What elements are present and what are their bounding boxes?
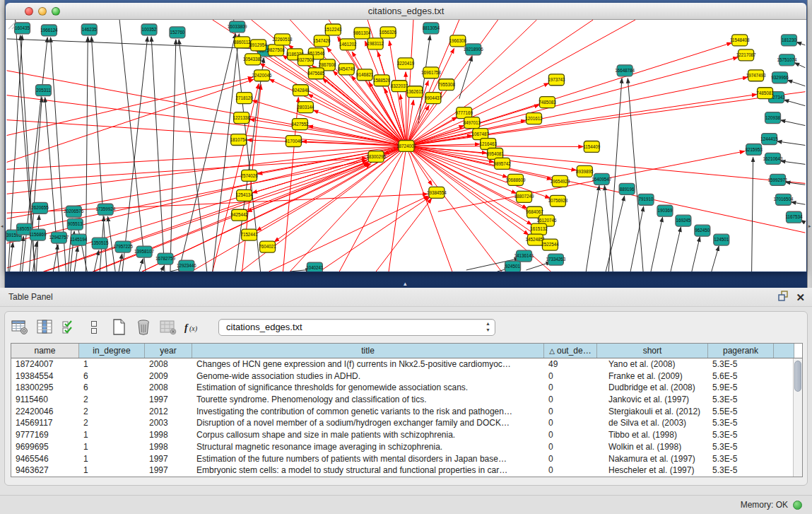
- cell-year[interactable]: 2008: [145, 382, 192, 394]
- cell-year[interactable]: 2003: [145, 417, 192, 429]
- table-selector-dropdown[interactable]: citations_edges.txt ▲▼: [218, 319, 495, 336]
- table-row[interactable]: 2242004622012Investigating the contribut…: [11, 406, 793, 418]
- citation-network-graph[interactable]: 1604351966124146235100352152760160338097…: [6, 20, 806, 271]
- column-header-out_de…[interactable]: △out_de…: [544, 344, 597, 358]
- citation-edge[interactable]: [376, 199, 432, 271]
- scrollbar-thumb[interactable]: [794, 361, 801, 392]
- delete-icon[interactable]: [134, 318, 153, 337]
- cell-title[interactable]: Corpus callosum shape and size in male p…: [192, 429, 544, 441]
- citation-edge[interactable]: [671, 227, 681, 271]
- cell-title[interactable]: Estimation of the future numbers of pati…: [192, 453, 544, 465]
- cell-pagerank[interactable]: 5.3E-5: [708, 453, 774, 465]
- citation-edge[interactable]: [7, 146, 406, 243]
- cell-title[interactable]: Investigating the contribution of common…: [192, 406, 544, 418]
- table-row[interactable]: 977716911998Corpus callosum shape and si…: [11, 429, 793, 441]
- cell-out_de…[interactable]: 0: [544, 417, 597, 429]
- cell-pagerank[interactable]: 5.3E-5: [708, 394, 774, 406]
- citation-edge[interactable]: [406, 94, 757, 146]
- citation-edge[interactable]: [389, 146, 406, 271]
- citation-edge[interactable]: [29, 98, 42, 271]
- cell-out_de…[interactable]: 0: [544, 453, 597, 465]
- select-all-icon[interactable]: [60, 318, 78, 337]
- cell-title[interactable]: Changes of HCN gene expression and I(f) …: [192, 358, 544, 370]
- cell-name[interactable]: 9777169: [11, 429, 79, 441]
- citation-edge[interactable]: [319, 197, 430, 271]
- new-table-icon[interactable]: [110, 318, 128, 337]
- citation-edge[interactable]: [777, 141, 806, 146]
- cell-title[interactable]: Genome-wide association studies in ADHD.: [192, 370, 544, 382]
- cell-year[interactable]: 1997: [145, 453, 192, 465]
- table-row[interactable]: 1872400712008Changes of HCN gene express…: [11, 358, 793, 370]
- cell-out_de…[interactable]: 0: [544, 441, 597, 453]
- cell-short[interactable]: Jankovic et al. (1997): [597, 394, 708, 406]
- cell-out_de…[interactable]: 49: [544, 358, 597, 370]
- citation-edge[interactable]: [91, 37, 107, 271]
- cell-pagerank[interactable]: 5.3E-5: [708, 441, 774, 453]
- cell-in_degree[interactable]: 2: [79, 406, 145, 418]
- citation-edge[interactable]: [119, 254, 122, 271]
- close-panel-icon[interactable]: ✕: [796, 291, 805, 304]
- collapse-right-icon[interactable]: ▸: [808, 223, 811, 229]
- column-header-in_degree[interactable]: in_degree: [79, 344, 145, 358]
- cell-title[interactable]: Disruption of a novel member of a sodium…: [192, 417, 544, 429]
- citation-edge[interactable]: [213, 34, 240, 271]
- citation-edge[interactable]: [712, 246, 719, 271]
- column-header-year[interactable]: year: [145, 344, 192, 358]
- cell-in_degree[interactable]: 2: [79, 394, 145, 406]
- cell-out_de…[interactable]: 0: [544, 406, 597, 418]
- citation-edge[interactable]: [794, 63, 805, 68]
- citation-edge[interactable]: [406, 146, 452, 271]
- cell-pagerank[interactable]: 5.3E-5: [708, 417, 774, 429]
- citation-edge[interactable]: [170, 40, 176, 271]
- citation-edge[interactable]: [628, 78, 643, 271]
- cell-in_degree[interactable]: 1: [79, 441, 145, 453]
- citation-edge[interactable]: [787, 80, 805, 86]
- delete-table-icon[interactable]: [159, 318, 177, 337]
- function-builder-icon[interactable]: f (x): [184, 318, 202, 337]
- citation-edge[interactable]: [7, 95, 406, 146]
- cell-year[interactable]: 1998: [145, 429, 192, 441]
- citation-edge[interactable]: [74, 247, 78, 271]
- cell-name[interactable]: 14569117: [11, 417, 79, 429]
- cell-name[interactable]: 22420046: [11, 406, 79, 418]
- table-row[interactable]: 1830029562008Estimation of significance …: [11, 382, 793, 394]
- table-row[interactable]: 1456911722003Disruption of a novel membe…: [11, 417, 793, 429]
- resize-grip-icon[interactable]: [6, 20, 17, 30]
- citation-edge[interactable]: [161, 266, 164, 271]
- row-selection-icon[interactable]: [85, 318, 103, 337]
- citation-edge[interactable]: [7, 39, 256, 49]
- citation-edge[interactable]: [119, 20, 146, 271]
- column-header-short[interactable]: short: [597, 344, 708, 358]
- cell-short[interactable]: Wolkin et al. (1998): [597, 441, 708, 453]
- citation-edge[interactable]: [365, 41, 406, 146]
- citation-edge[interactable]: [406, 43, 731, 146]
- cell-short[interactable]: Yano et al. (2008): [597, 358, 708, 370]
- citation-edge[interactable]: [606, 196, 624, 271]
- cell-pagerank[interactable]: 5.9E-5: [708, 382, 774, 394]
- cell-out_de…[interactable]: 0: [544, 370, 597, 382]
- citation-edge[interactable]: [45, 163, 368, 271]
- cell-in_degree[interactable]: 1: [79, 465, 145, 477]
- cell-in_degree[interactable]: 1: [79, 453, 145, 465]
- citation-edge[interactable]: [784, 100, 805, 105]
- cell-name[interactable]: 9115460: [11, 394, 79, 406]
- table-mode-icon[interactable]: [11, 318, 29, 337]
- cell-title[interactable]: Structural magnetic resonance image aver…: [192, 441, 544, 453]
- citation-edge[interactable]: [651, 217, 663, 271]
- cell-out_de…[interactable]: 0: [544, 382, 597, 394]
- cell-year[interactable]: 2009: [145, 370, 192, 382]
- cell-year[interactable]: 1997: [145, 394, 192, 406]
- cell-name[interactable]: 18300295: [11, 382, 79, 394]
- citation-edge[interactable]: [179, 34, 235, 271]
- citation-edge[interactable]: [10, 243, 13, 271]
- left-panel-rail[interactable]: ◂: [0, 0, 5, 288]
- cell-short[interactable]: Dudbridge et al. (2008): [597, 382, 708, 394]
- citation-edge[interactable]: [630, 206, 644, 271]
- cell-short[interactable]: Hescheler et al. (1997): [597, 465, 708, 477]
- cell-short[interactable]: Nakamura et al. (1997): [597, 453, 708, 465]
- float-window-icon[interactable]: [778, 291, 789, 304]
- network-window-titlebar[interactable]: citations_edges.txt: [6, 3, 806, 20]
- cell-pagerank[interactable]: 5.5E-5: [708, 406, 774, 418]
- cell-in_degree[interactable]: 1: [79, 358, 145, 370]
- citation-edge[interactable]: [586, 185, 599, 271]
